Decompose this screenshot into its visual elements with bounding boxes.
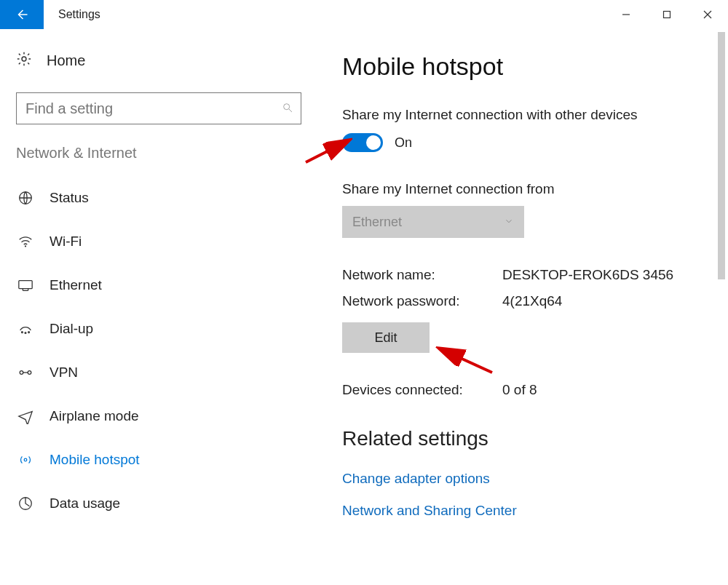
svg-point-8 (25, 245, 26, 247)
share-connection-label: Share my Internet connection with other … (342, 107, 728, 123)
main-panel: Mobile hotspot Share my Internet connect… (306, 29, 728, 585)
ethernet-icon (17, 277, 33, 293)
vertical-scrollbar[interactable] (713, 29, 728, 578)
sidebar-item-label: Ethernet (50, 277, 102, 293)
related-settings-title: Related settings (342, 427, 728, 450)
sidebar-item-label: Data usage (50, 496, 120, 512)
titlebar: Settings (0, 0, 728, 29)
datausage-icon (17, 496, 33, 512)
vpn-icon (17, 365, 33, 381)
link-change-adapter-options[interactable]: Change adapter options (342, 471, 728, 487)
page-title: Mobile hotspot (342, 52, 728, 81)
search-input[interactable] (24, 100, 282, 118)
hotspot-icon (17, 452, 33, 468)
sidebar-item-status[interactable]: Status (16, 176, 306, 220)
airplane-icon (17, 408, 33, 424)
scrollbar-thumb[interactable] (718, 32, 725, 279)
edit-button-label: Edit (374, 330, 397, 346)
network-name-key: Network name: (342, 267, 502, 283)
share-from-dropdown[interactable]: Ethernet (342, 206, 524, 238)
toggle-knob (366, 135, 381, 150)
home-nav[interactable]: Home (16, 51, 306, 71)
gear-icon (16, 51, 32, 71)
svg-point-13 (20, 371, 23, 375)
minimize-icon (622, 10, 630, 19)
sidebar-item-label: Mobile hotspot (50, 452, 140, 468)
search-icon (282, 102, 293, 116)
network-name-value: DESKTOP-EROK6DS 3456 (502, 267, 673, 283)
svg-point-14 (28, 371, 31, 375)
chevron-down-icon (504, 215, 514, 230)
sidebar-item-label: VPN (50, 365, 78, 381)
sidebar-item-ethernet[interactable]: Ethernet (16, 263, 306, 307)
sidebar-item-airplane[interactable]: Airplane mode (16, 394, 306, 438)
sidebar-item-dialup[interactable]: Dial-up (16, 307, 306, 351)
dialup-icon (17, 321, 33, 337)
maximize-button[interactable] (646, 0, 687, 29)
svg-point-10 (22, 332, 23, 333)
sidebar-item-mobile-hotspot[interactable]: Mobile hotspot (16, 438, 306, 482)
sidebar-item-label: Dial-up (50, 321, 93, 337)
svg-point-4 (22, 57, 26, 61)
network-password-key: Network password: (342, 293, 502, 309)
network-password-value: 4(21Xq64 (502, 293, 562, 309)
sidebar-item-vpn[interactable]: VPN (16, 351, 306, 394)
svg-point-11 (25, 333, 26, 334)
svg-point-12 (28, 332, 30, 333)
hotspot-toggle[interactable] (342, 133, 383, 152)
settings-search[interactable] (16, 92, 301, 124)
toggle-state-label: On (395, 135, 412, 151)
sidebar-item-label: Status (50, 190, 89, 206)
dropdown-value: Ethernet (352, 215, 402, 230)
sidebar-item-label: Airplane mode (50, 408, 139, 424)
edit-button[interactable]: Edit (342, 322, 430, 353)
svg-point-15 (24, 458, 27, 461)
sidebar-category: Network & Internet (16, 145, 306, 162)
minimize-button[interactable] (606, 0, 646, 29)
link-network-sharing-center[interactable]: Network and Sharing Center (342, 503, 728, 519)
sidebar-item-label: Wi-Fi (50, 234, 82, 250)
maximize-icon (662, 10, 671, 19)
arrow-left-icon (15, 8, 28, 21)
devices-connected-key: Devices connected: (342, 382, 502, 398)
sidebar-item-wifi[interactable]: Wi-Fi (16, 220, 306, 263)
svg-point-5 (284, 103, 290, 109)
devices-connected-value: 0 of 8 (502, 382, 537, 398)
sidebar-item-data-usage[interactable]: Data usage (16, 482, 306, 525)
svg-line-6 (289, 109, 292, 112)
window-title: Settings (58, 8, 100, 21)
svg-rect-9 (19, 281, 32, 289)
sidebar: Home Network & Internet Status (0, 29, 306, 585)
close-icon (703, 10, 712, 19)
globe-icon (17, 190, 33, 206)
wifi-icon (17, 234, 33, 250)
share-from-label: Share my Internet connection from (342, 181, 728, 197)
back-button[interactable] (0, 0, 44, 29)
svg-rect-1 (664, 12, 670, 18)
close-button[interactable] (687, 0, 728, 29)
home-label: Home (47, 52, 85, 69)
